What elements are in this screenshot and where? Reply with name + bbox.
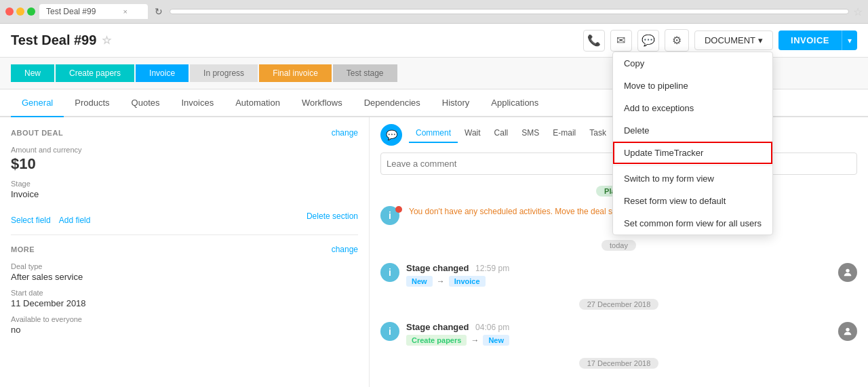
tab-title: Test Deal #99	[46, 7, 96, 16]
dropdown-update-timetracker[interactable]: Update TimeTracker	[613, 142, 772, 164]
today-label: today	[601, 240, 636, 251]
deal-type-value: After sales service	[11, 272, 358, 282]
arrow-2: →	[471, 335, 479, 345]
tab-workflows[interactable]: Workflows	[291, 89, 353, 117]
stage-change-2-time: 04:06 pm	[475, 323, 509, 332]
dropdown-reset-form-view[interactable]: Reset form view to default	[613, 190, 772, 212]
more-title: MORE	[11, 245, 35, 253]
section-divider	[11, 235, 358, 235]
page-title-area: Test Deal #99 ☆	[11, 33, 111, 48]
tab-close-icon[interactable]: ×	[123, 7, 127, 16]
bookmark-icon[interactable]: ☆	[853, 5, 863, 18]
amount-value: $10	[11, 155, 358, 173]
notification-dot	[395, 206, 402, 213]
delete-section-link[interactable]: Delete section	[307, 211, 358, 221]
nav-actions: 📞 ✉ 💬 ⚙ DOCUMENT ▾ INVOICE ▾	[583, 29, 857, 52]
stage-change-2-badges: Create papers → New	[406, 335, 831, 346]
stage-in-progress[interactable]: In progress	[190, 64, 258, 82]
stage-value: Invoice	[11, 189, 358, 199]
dec27-label: 27 December 2018	[579, 299, 659, 310]
address-bar[interactable]	[170, 9, 849, 14]
start-date-value: 11 December 2018	[11, 298, 358, 308]
stage-change-1-badges: New → Invoice	[406, 276, 831, 287]
invoice-button-group: INVOICE ▾	[778, 30, 857, 50]
dropdown-set-common-form-view[interactable]: Set common form view for all users	[613, 212, 772, 235]
dropdown-copy[interactable]: Copy	[613, 52, 772, 75]
info-icon-2: i	[380, 263, 399, 282]
invoice-button[interactable]: INVOICE	[778, 30, 842, 50]
stage-new[interactable]: New	[11, 64, 54, 82]
dropdown-delete[interactable]: Delete	[613, 119, 772, 142]
chatter-tab-comment[interactable]: Comment	[409, 124, 458, 143]
arrow-1: →	[437, 277, 445, 286]
amount-label: Amount and currency	[11, 146, 358, 154]
dropdown-move-to-pipeline[interactable]: Move to pipeline	[613, 75, 772, 97]
amount-field: Amount and currency $10	[11, 146, 358, 173]
email-button[interactable]: ✉	[610, 30, 632, 52]
stage-changed-label-1: Stage changed	[406, 263, 469, 273]
stage-change-2-content: Stage changed 04:06 pm Create papers → N…	[406, 322, 831, 346]
tab-applications[interactable]: Applications	[480, 89, 549, 117]
deal-type-label: Deal type	[11, 262, 358, 270]
svg-point-1	[846, 328, 849, 331]
stage-label: Stage	[11, 180, 358, 188]
chat-button[interactable]: 💬	[637, 30, 659, 52]
about-deal-change[interactable]: change	[332, 128, 358, 138]
refresh-icon[interactable]: ↻	[152, 5, 165, 18]
phone-button[interactable]: 📞	[583, 30, 605, 52]
browser-chrome: Test Deal #99 × ↻ ☆	[0, 0, 868, 24]
dropdown-menu: Copy Move to pipeline Add to exceptions …	[612, 52, 773, 235]
dot-red[interactable]	[5, 7, 14, 16]
stage-create-papers[interactable]: Create papers	[56, 64, 134, 82]
info-icon-wrap: i	[380, 206, 402, 228]
dropdown-switch-form-view[interactable]: Switch to my form view	[613, 167, 772, 190]
browser-tab[interactable]: Test Deal #99 ×	[39, 4, 148, 19]
start-date-field: Start date 11 December 2018	[11, 289, 358, 308]
document-button[interactable]: DOCUMENT ▾	[694, 30, 773, 50]
stage-final-invoice[interactable]: Final invoice	[259, 64, 332, 82]
invoice-dropdown-button[interactable]: ▾	[842, 30, 857, 50]
about-deal-header: ABOUT DEAL change	[11, 128, 358, 138]
dec17-label: 17 December 2018	[579, 358, 659, 369]
tab-products[interactable]: Products	[64, 89, 120, 117]
select-field-link[interactable]: Select field	[11, 216, 51, 225]
dropdown-divider	[613, 165, 772, 166]
user-avatar-1	[838, 263, 857, 282]
gear-button[interactable]: ⚙	[665, 29, 689, 52]
favorite-icon[interactable]: ☆	[102, 34, 111, 47]
tab-invoices[interactable]: Invoices	[170, 89, 224, 117]
stage-changed-label-2: Stage changed	[406, 322, 469, 332]
info-icon-3: i	[380, 322, 399, 341]
svg-point-0	[846, 269, 849, 272]
tab-history[interactable]: History	[431, 89, 480, 117]
tab-automation[interactable]: Automation	[224, 89, 291, 117]
chatter-tab-sms[interactable]: SMS	[515, 124, 546, 143]
dec17-separator: 17 December 2018	[370, 358, 868, 369]
stage-change-1: i Stage changed 12:59 pm New → Invoice	[370, 258, 868, 292]
chatter-tab-task[interactable]: Task	[583, 124, 613, 143]
dot-yellow[interactable]	[16, 7, 24, 16]
chatter-tab-call[interactable]: Call	[488, 124, 515, 143]
tab-quotes[interactable]: Quotes	[121, 89, 171, 117]
stage-change-1-time: 12:59 pm	[475, 264, 509, 273]
dec27-separator: 27 December 2018	[370, 299, 868, 310]
available-label: Available to everyone	[11, 315, 358, 323]
stage-change-1-content: Stage changed 12:59 pm New → Invoice	[406, 263, 831, 287]
deal-type-field: Deal type After sales service	[11, 262, 358, 282]
field-links: Select field Add field	[11, 216, 90, 225]
dropdown-add-to-exceptions[interactable]: Add to exceptions	[613, 97, 772, 119]
more-change[interactable]: change	[332, 245, 358, 254]
chatter-tab-wait[interactable]: Wait	[458, 124, 488, 143]
browser-dots	[5, 7, 35, 16]
add-field-link[interactable]: Add field	[59, 216, 91, 225]
tab-general[interactable]: General	[11, 89, 64, 117]
stage-field: Stage Invoice	[11, 180, 358, 199]
more-header: MORE change	[11, 245, 358, 254]
stage-invoice[interactable]: Invoice	[136, 64, 189, 82]
dot-green[interactable]	[27, 7, 35, 16]
stage-test-stage[interactable]: Test stage	[333, 64, 397, 82]
available-field: Available to everyone no	[11, 315, 358, 335]
tab-dependencies[interactable]: Dependencies	[353, 89, 431, 117]
chatter-tab-email[interactable]: E-mail	[546, 124, 583, 143]
page-title: Test Deal #99	[11, 33, 96, 48]
